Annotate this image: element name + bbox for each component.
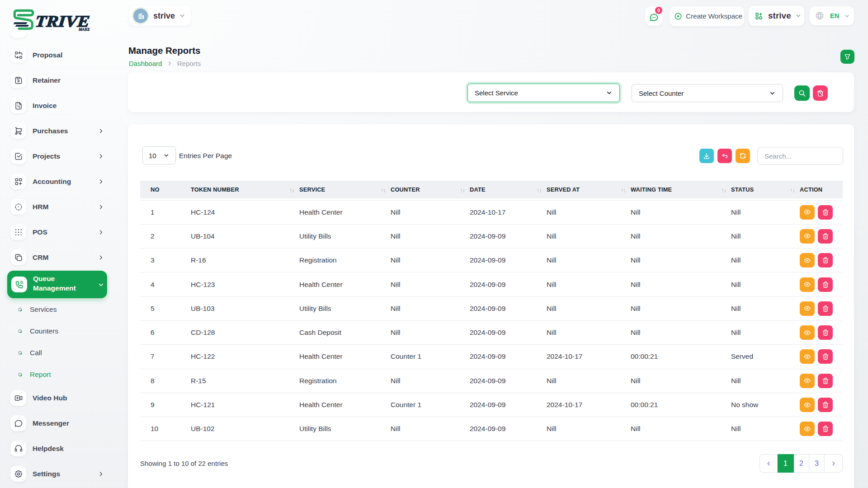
svg-text:MAKE: MAKE — [78, 27, 90, 32]
